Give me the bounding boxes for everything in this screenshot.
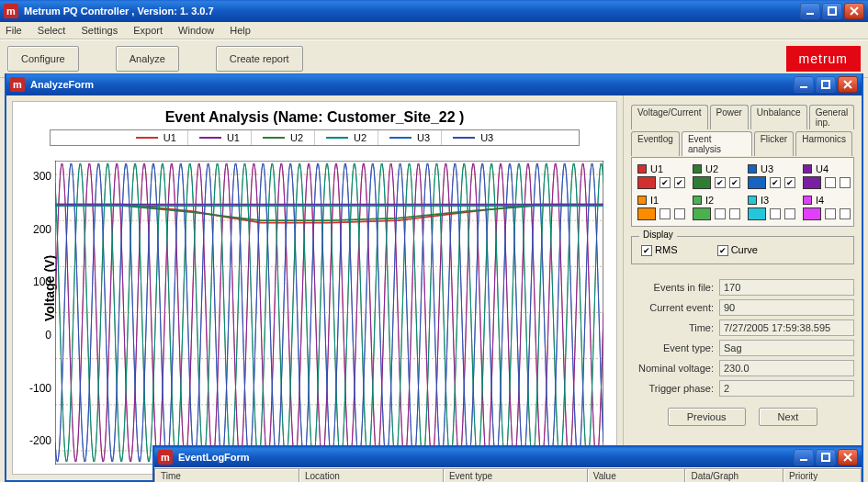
channel-i1-check-b[interactable]: [674, 208, 685, 219]
col-eventtype[interactable]: Event type: [444, 468, 588, 482]
current-event-value: 90: [719, 299, 854, 316]
tab-flicker[interactable]: Flicker: [754, 131, 794, 156]
y-tick: 200: [22, 223, 51, 236]
svg-rect-1: [822, 81, 829, 88]
analyze-minimize-button[interactable]: [794, 76, 814, 93]
event-info: Events in file:170 Current event:90 Time…: [631, 279, 854, 397]
create-report-button[interactable]: Create report: [216, 46, 303, 72]
col-time[interactable]: Time: [154, 468, 299, 482]
analyze-button[interactable]: Analyze: [116, 46, 179, 72]
rms-label: RMS: [655, 244, 677, 255]
event-type-value: Sag: [719, 340, 854, 356]
channel-i3-check-b[interactable]: [784, 208, 795, 219]
analyze-maximize-button[interactable]: [816, 76, 836, 93]
menu-help[interactable]: Help: [230, 25, 251, 36]
channel-i4-check-b[interactable]: [840, 208, 851, 219]
nominal-voltage-value: 230.0: [719, 360, 854, 376]
tabs-row-bottom: Eventlog Event analysis Flicker Harmonic…: [631, 131, 854, 156]
y-tick: 0: [22, 329, 51, 342]
chart-title: Event Analysis (Name: Customer_Site_22 ): [13, 102, 616, 129]
menu-export[interactable]: Export: [133, 25, 163, 36]
menu-window[interactable]: Window: [178, 25, 214, 36]
analyze-title: AnalyzeForm: [30, 79, 792, 90]
channel-u3: U3: [748, 163, 795, 189]
tab-eventlog[interactable]: Eventlog: [631, 131, 680, 156]
channel-u4-check-b[interactable]: [840, 177, 851, 188]
eventlog-maximize-button[interactable]: [816, 449, 836, 465]
app-icon: m: [10, 77, 25, 92]
legend-item: U3: [442, 130, 504, 145]
chart-area: Event Analysis (Name: Customer_Site_22 )…: [12, 101, 617, 475]
toolbar: Configure Analyze Create report metrum: [0, 39, 868, 78]
main-title: Metrum PQ Controller , Version: 1. 3.0.7: [24, 6, 798, 17]
channel-i3: I3: [748, 195, 795, 220]
menu-settings[interactable]: Settings: [81, 25, 118, 36]
menu-file[interactable]: File: [6, 25, 22, 36]
eventlog-header: Time Location Event type Value Data/Grap…: [154, 467, 862, 482]
channel-i4-check-a[interactable]: [825, 208, 836, 219]
configure-button[interactable]: Configure: [7, 46, 79, 72]
trigger-phase-value: 2: [719, 380, 854, 397]
legend-item: U1: [188, 130, 252, 145]
channel-i2-check-b[interactable]: [729, 208, 740, 219]
channel-u2-check-b[interactable]: [729, 177, 740, 188]
plot: [55, 161, 603, 465]
channel-u1-check-b[interactable]: [674, 177, 685, 188]
svg-rect-0: [829, 7, 836, 15]
channel-i1-check-a[interactable]: [659, 208, 671, 219]
rms-checkbox[interactable]: [641, 245, 652, 256]
channel-u3-check-a[interactable]: [770, 177, 781, 188]
main-maximize-button[interactable]: [822, 3, 842, 19]
tab-harmonics[interactable]: Harmonics: [795, 131, 852, 156]
next-button[interactable]: Next: [759, 408, 818, 426]
col-location[interactable]: Location: [299, 468, 444, 482]
y-tick: -200: [22, 434, 51, 447]
eventlog-titlebar: m EventLogForm: [154, 447, 862, 467]
legend-item: U2: [252, 130, 315, 145]
main-minimize-button[interactable]: [800, 3, 820, 19]
previous-button[interactable]: Previous: [668, 408, 746, 426]
tabs-row-top: Voltage/Current Power Unbalance General …: [631, 105, 854, 129]
analyze-window: m AnalyzeForm Event Analysis (Name: Cust…: [5, 73, 863, 482]
main-titlebar: m Metrum PQ Controller , Version: 1. 3.0…: [0, 0, 868, 22]
analyze-close-button[interactable]: [838, 76, 858, 93]
channel-u1: U1: [637, 163, 685, 189]
channel-u4: U4: [803, 163, 851, 189]
tab-unbalance[interactable]: Unbalance: [750, 105, 807, 129]
event-type-label: Event type:: [631, 342, 714, 353]
eventlog-close-button[interactable]: [838, 449, 858, 465]
col-value[interactable]: Value: [588, 468, 686, 482]
channel-u4-check-a[interactable]: [825, 177, 836, 188]
eventlog-title: EventLogForm: [178, 452, 792, 463]
channel-grid: U1 U2 U3 U4 I1 I2 I3 I4: [631, 157, 854, 227]
tab-power[interactable]: Power: [710, 105, 749, 129]
tab-event-analysis[interactable]: Event analysis: [682, 131, 752, 156]
tab-voltage-current[interactable]: Voltage/Current: [631, 105, 708, 129]
events-in-file-value: 170: [719, 279, 854, 296]
main-close-button[interactable]: [844, 3, 864, 19]
legend-item: U3: [378, 130, 442, 145]
events-in-file-label: Events in file:: [631, 282, 714, 293]
curve-checkbox[interactable]: [717, 245, 728, 256]
y-tick: -100: [22, 382, 51, 395]
menu-select[interactable]: Select: [38, 25, 66, 36]
channel-u2-check-a[interactable]: [715, 177, 726, 188]
tab-general-inp[interactable]: General inp.: [809, 105, 855, 129]
channel-i2: I2: [693, 195, 740, 220]
app-icon: m: [4, 4, 18, 18]
col-datagraph[interactable]: Data/Graph: [685, 468, 783, 482]
legend-item: U1: [125, 130, 188, 145]
brand-logo: metrum: [786, 46, 861, 72]
channel-u3-check-b[interactable]: [784, 177, 795, 188]
right-panel: Voltage/Current Power Unbalance General …: [623, 95, 862, 480]
eventlog-window: m EventLogForm Time Location Event type …: [152, 445, 863, 482]
legend-item: U2: [315, 130, 378, 145]
eventlog-minimize-button[interactable]: [794, 449, 814, 465]
nominal-voltage-label: Nominal voltage:: [631, 363, 714, 374]
channel-i4: I4: [803, 195, 851, 220]
channel-i2-check-a[interactable]: [715, 208, 726, 219]
col-priority[interactable]: Priority: [783, 468, 862, 482]
chart-legend: U1U1U2U2U3U3: [50, 129, 580, 146]
channel-i3-check-a[interactable]: [770, 208, 781, 219]
channel-u1-check-a[interactable]: [659, 177, 671, 188]
